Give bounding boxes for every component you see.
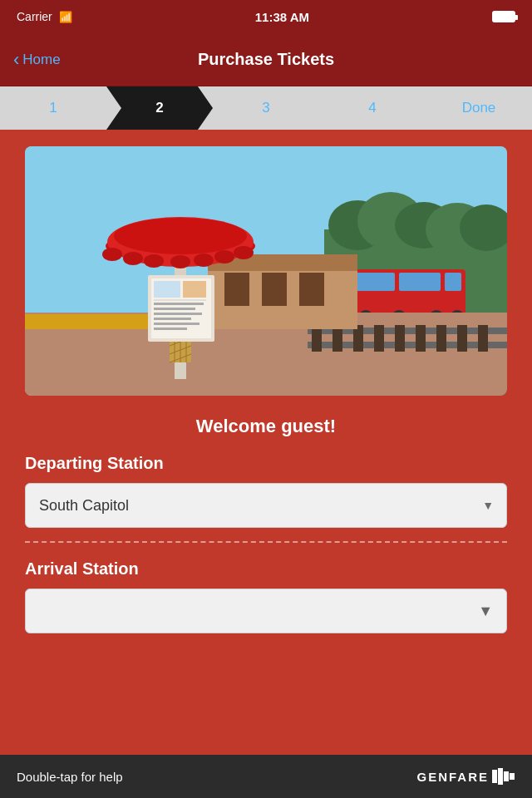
departing-station-wrapper[interactable]: South Capitol ▼	[25, 483, 507, 528]
help-text: Double-tap for help	[17, 770, 123, 784]
status-bar-time: 11:38 AM	[255, 10, 309, 24]
svg-rect-30	[224, 273, 249, 306]
step-indicator: 1 2 3 4 Done	[0, 86, 532, 130]
arrival-station-input[interactable]: ▼	[25, 589, 507, 633]
svg-rect-51	[154, 328, 187, 330]
step-2[interactable]: 2	[106, 86, 213, 130]
svg-rect-27	[478, 325, 488, 352]
battery-icon	[492, 11, 515, 22]
back-label: Home	[22, 52, 60, 68]
svg-rect-44	[183, 281, 206, 298]
arrival-station-label: Arrival Station	[25, 559, 507, 579]
svg-rect-9	[399, 273, 441, 291]
svg-rect-8	[353, 273, 395, 291]
arrival-arrow-icon: ▼	[478, 603, 493, 620]
status-bar-right	[492, 11, 515, 22]
step-3-label: 3	[262, 100, 269, 116]
step-done-label: Done	[462, 100, 496, 116]
step-1-label: 1	[49, 100, 57, 116]
step-1[interactable]: 1	[0, 86, 106, 130]
svg-point-60	[214, 250, 234, 264]
svg-rect-64	[504, 771, 509, 781]
svg-rect-63	[498, 768, 503, 785]
svg-rect-32	[299, 273, 324, 306]
svg-point-58	[170, 255, 190, 268]
svg-rect-47	[154, 308, 195, 310]
svg-rect-22	[374, 325, 384, 352]
nav-bar: ‹ Home Purchase Tickets	[0, 33, 532, 86]
svg-rect-50	[154, 323, 200, 325]
footer: Double-tap for help GENFARE	[0, 755, 532, 798]
page-title: Purchase Tickets	[80, 50, 452, 69]
arrival-section: Arrival Station ▼	[25, 559, 507, 642]
step-3[interactable]: 3	[213, 86, 319, 130]
svg-rect-62	[492, 770, 497, 783]
section-divider	[25, 541, 507, 543]
brand-logo: GENFARE	[416, 768, 515, 785]
svg-rect-46	[154, 303, 204, 305]
svg-rect-65	[510, 773, 515, 780]
svg-point-54	[114, 218, 247, 254]
svg-rect-24	[416, 325, 426, 352]
back-button[interactable]: ‹ Home	[13, 51, 80, 69]
svg-rect-49	[154, 318, 191, 320]
wifi-icon: 📶	[59, 11, 72, 23]
status-bar-left: Carrier 📶	[17, 10, 72, 23]
status-bar: Carrier 📶 11:38 AM	[0, 0, 532, 33]
departing-station-label: Departing Station	[25, 454, 507, 473]
step-done[interactable]: Done	[426, 86, 532, 130]
step-2-label: 2	[155, 100, 163, 116]
back-chevron-icon: ‹	[13, 51, 19, 69]
svg-rect-31	[262, 273, 287, 306]
svg-rect-25	[436, 325, 446, 352]
station-image	[25, 146, 507, 396]
main-content: Welcome guest! Departing Station South C…	[0, 130, 532, 658]
svg-rect-23	[395, 325, 405, 352]
svg-rect-26	[457, 325, 467, 352]
carrier-label: Carrier	[17, 10, 52, 23]
brand-name: GENFARE	[416, 770, 489, 784]
svg-point-57	[144, 254, 164, 268]
brand-icon	[492, 768, 515, 785]
svg-point-56	[123, 252, 143, 265]
step-4-label: 4	[368, 100, 376, 116]
svg-point-61	[234, 246, 254, 259]
svg-rect-43	[154, 281, 180, 298]
svg-rect-10	[445, 273, 461, 291]
svg-point-59	[194, 254, 214, 267]
svg-rect-48	[154, 313, 202, 315]
svg-point-55	[102, 248, 122, 261]
step-4[interactable]: 4	[319, 86, 426, 130]
welcome-message: Welcome guest!	[25, 416, 507, 437]
departing-station-select[interactable]: South Capitol	[25, 483, 507, 528]
